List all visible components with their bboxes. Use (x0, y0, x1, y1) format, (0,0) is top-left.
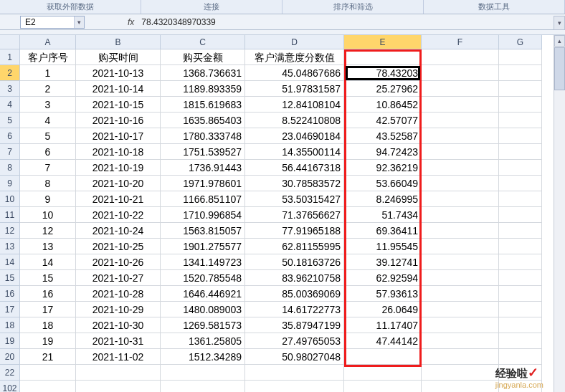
cell[interactable] (76, 365, 161, 381)
col-header-A[interactable]: A (20, 35, 76, 49)
row-header[interactable]: 13 (0, 239, 20, 254)
cell[interactable]: 2021-10-26 (76, 254, 161, 270)
cell[interactable]: 1646.446921 (161, 286, 245, 302)
cell[interactable]: 53.50315427 (245, 191, 344, 207)
cell[interactable]: 1361.25805 (161, 333, 245, 349)
cell[interactable]: 4 (20, 113, 76, 128)
cell[interactable] (422, 128, 499, 144)
cell[interactable] (76, 381, 161, 392)
cell[interactable] (422, 160, 499, 176)
cell[interactable] (344, 349, 422, 365)
cell[interactable]: 8.522410808 (245, 113, 344, 128)
cell[interactable] (499, 302, 542, 317)
ribbon-group-external[interactable]: 获取外部数据 (0, 0, 141, 14)
cell[interactable]: 56.44167318 (245, 160, 344, 176)
chevron-down-icon[interactable]: ▾ (74, 16, 84, 28)
select-all-corner[interactable] (0, 35, 20, 49)
cell[interactable]: 1189.893359 (161, 81, 245, 97)
cell[interactable]: 18 (20, 317, 76, 333)
row-header[interactable]: 6 (0, 128, 20, 144)
cell[interactable] (499, 160, 542, 176)
ribbon-group-connect[interactable]: 连接 (141, 0, 282, 14)
cell[interactable]: 2021-10-31 (76, 333, 161, 349)
cell[interactable]: 57.93613 (344, 286, 422, 302)
col-header-G[interactable]: G (499, 35, 542, 49)
col-header-B[interactable]: B (76, 35, 161, 49)
header-cell[interactable] (422, 49, 499, 65)
row-header[interactable]: 3 (0, 81, 20, 97)
cell[interactable] (422, 207, 499, 223)
cell[interactable] (499, 191, 542, 207)
cell[interactable]: 78.43203 (344, 65, 422, 81)
cell[interactable]: 17 (20, 302, 76, 317)
cell[interactable] (245, 381, 344, 392)
cell[interactable]: 1520.785548 (161, 270, 245, 286)
cell[interactable]: 3 (20, 97, 76, 113)
cell[interactable] (422, 286, 499, 302)
cell[interactable]: 1512.34289 (161, 349, 245, 365)
cell[interactable] (422, 254, 499, 270)
cell[interactable] (499, 65, 542, 81)
fx-icon[interactable]: fx (128, 17, 134, 27)
row-header[interactable]: 12 (0, 223, 20, 239)
cell[interactable]: 1780.333748 (161, 128, 245, 144)
cell[interactable]: 2021-10-27 (76, 270, 161, 286)
formula-expand-icon[interactable]: ▾ (554, 16, 565, 30)
row-header[interactable]: 9 (0, 176, 20, 191)
cell[interactable]: 2021-10-30 (76, 317, 161, 333)
header-cell[interactable]: 购买金额 (161, 49, 245, 65)
cell[interactable] (422, 365, 499, 381)
cell[interactable]: 1563.815057 (161, 223, 245, 239)
cell[interactable] (422, 302, 499, 317)
cell[interactable]: 2021-10-22 (76, 207, 161, 223)
cell[interactable]: 43.52587 (344, 128, 422, 144)
cell[interactable] (245, 365, 344, 381)
cell[interactable] (422, 191, 499, 207)
cell[interactable]: 83.96210758 (245, 270, 344, 286)
name-box[interactable]: E2 ▾ (20, 16, 85, 29)
cell[interactable] (499, 128, 542, 144)
cell[interactable]: 50.98027048 (245, 349, 344, 365)
ribbon-group-tools[interactable]: 数据工具 (424, 0, 565, 14)
row-header[interactable]: 8 (0, 160, 20, 176)
cell[interactable]: 2021-10-19 (76, 160, 161, 176)
cell[interactable]: 53.66049 (344, 176, 422, 191)
cell[interactable] (161, 381, 245, 392)
cell[interactable]: 2021-10-28 (76, 286, 161, 302)
cell[interactable] (499, 381, 542, 392)
cell[interactable]: 1368.736631 (161, 65, 245, 81)
cell[interactable]: 21 (20, 349, 76, 365)
cell[interactable] (422, 239, 499, 254)
cell[interactable] (422, 81, 499, 97)
cell[interactable]: 1166.851107 (161, 191, 245, 207)
cell[interactable] (499, 365, 542, 381)
cell[interactable] (499, 286, 542, 302)
cell[interactable]: 1971.978601 (161, 176, 245, 191)
header-cell[interactable] (344, 49, 422, 65)
cell[interactable] (499, 176, 542, 191)
row-header[interactable]: 2 (0, 65, 20, 81)
cell[interactable]: 77.91965188 (245, 223, 344, 239)
cell[interactable]: 27.49765053 (245, 333, 344, 349)
cell[interactable]: 8 (20, 176, 76, 191)
cell[interactable]: 25.27962 (344, 81, 422, 97)
row-header[interactable]: 4 (0, 97, 20, 113)
cell[interactable]: 69.36411 (344, 223, 422, 239)
cell[interactable]: 14.35500114 (245, 144, 344, 160)
header-cell[interactable]: 购买时间 (76, 49, 161, 65)
cell[interactable] (344, 381, 422, 392)
cell[interactable]: 14 (20, 254, 76, 270)
cell[interactable]: 51.97831587 (245, 81, 344, 97)
cell[interactable] (499, 317, 542, 333)
cell[interactable]: 16 (20, 286, 76, 302)
cell[interactable]: 26.0649 (344, 302, 422, 317)
scroll-thumb[interactable] (554, 47, 565, 90)
cell[interactable]: 19 (20, 333, 76, 349)
formula-bar[interactable]: 78.4320348970339 (141, 17, 215, 27)
cell[interactable]: 45.04867686 (245, 65, 344, 81)
row-header[interactable]: 19 (0, 333, 20, 349)
cell[interactable] (422, 144, 499, 160)
cell[interactable] (422, 65, 499, 81)
cell[interactable]: 39.12741 (344, 254, 422, 270)
row-header[interactable]: 14 (0, 254, 20, 270)
